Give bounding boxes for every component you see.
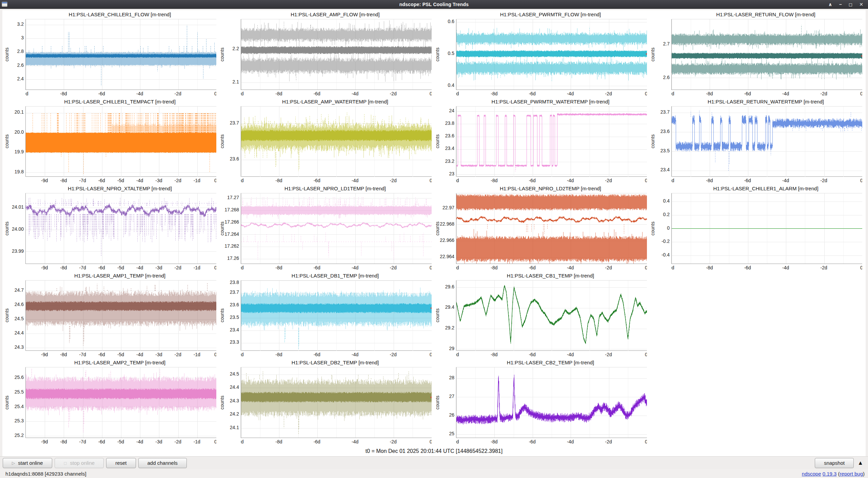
y-tick-label: 3.2 [17, 21, 24, 27]
y-tick-label: 0.6 [448, 19, 454, 24]
plot-canvas[interactable] [26, 193, 216, 264]
y-tick-label: 24.4 [15, 330, 24, 336]
plot-viewport[interactable] [456, 106, 647, 177]
plot-viewport[interactable] [671, 193, 862, 264]
plot-viewport[interactable] [456, 193, 647, 264]
expand-panel-icon[interactable]: ▲ [857, 460, 863, 466]
plot-canvas[interactable] [456, 19, 647, 90]
plot-canvas[interactable] [241, 281, 432, 351]
plot-viewport[interactable] [456, 367, 647, 438]
add-channels-button[interactable]: add channels [138, 458, 187, 468]
plot-canvas[interactable] [26, 367, 216, 438]
x-tick-label: -7d [77, 178, 88, 183]
y-tick-label: 23.2 [445, 158, 454, 164]
plot-viewport[interactable] [241, 280, 432, 351]
x-tick-label: -6d [527, 439, 538, 444]
x-tick-label: -2d [603, 91, 614, 96]
x-tick-label: -1d [191, 265, 203, 270]
x-tick-label: -2d [388, 178, 399, 183]
y-tick-labels: 22.9722.96822.96622.964 [440, 193, 456, 264]
report-bug-link[interactable]: report bug [840, 471, 863, 477]
about-links: ndscope 0.19.3 (report bug) [802, 471, 865, 477]
x-tick-label: -6d [527, 352, 538, 357]
x-tick-label: -4d [565, 178, 576, 183]
plots-grid: H1:PSL-LASER_CHILLER1_FLOW [m-trend]coun… [2, 10, 866, 446]
start-online-button[interactable]: ▷ start online [3, 458, 52, 468]
plot-canvas[interactable] [456, 193, 647, 264]
x-tick-label: 0 [645, 265, 647, 270]
snapshot-button[interactable]: snapshot [815, 458, 854, 468]
x-tick-label: 0 [645, 178, 647, 183]
x-tick-label: -6d [96, 178, 107, 183]
plot-viewport[interactable] [25, 280, 216, 351]
plot-canvas[interactable] [672, 19, 862, 90]
y-tick-label: 2.1 [233, 79, 239, 84]
plot-canvas[interactable] [456, 107, 647, 177]
plot-canvas[interactable] [241, 367, 432, 438]
plot-canvas[interactable] [26, 19, 216, 90]
x-tick-label: -4d [134, 352, 145, 357]
plot-viewport[interactable] [25, 193, 216, 264]
x-tick-label: -6d [311, 178, 323, 183]
x-tick-label: 0 [645, 352, 647, 357]
x-tick-labels: -9d-8d-7d-6d-5d-4d-3d-2d-1d0 [25, 351, 216, 359]
close-icon[interactable]: ✕ [859, 2, 863, 7]
x-tick-label: 0 [860, 178, 862, 183]
x-tick-label: 0d [241, 91, 244, 96]
plot-canvas[interactable] [241, 193, 432, 264]
minimize-icon[interactable]: − [839, 2, 842, 7]
maximize-icon[interactable]: ◻ [849, 2, 853, 7]
y-tick-label: 28 [449, 375, 454, 380]
plot-viewport[interactable] [456, 280, 647, 351]
plot-H1:PSL-LASER_CB1_TEMP: H1:PSL-LASER_CB1_TEMP [m-trend]counts29.… [434, 272, 649, 359]
y-tick-label: 24.3 [230, 398, 239, 403]
x-tick-labels: 0d-8d-6d-4d-2d0 [241, 264, 432, 272]
reset-button[interactable]: reset [106, 458, 136, 468]
version-link[interactable]: 0.19.3 [823, 471, 837, 477]
plot-viewport[interactable] [671, 106, 862, 177]
plot-viewport[interactable] [241, 367, 432, 438]
x-tick-label: -5d [115, 178, 126, 183]
x-tick-label: -8d [58, 352, 69, 357]
x-tick-label: -4d [134, 91, 145, 96]
x-tick-label: -2d [172, 91, 184, 96]
plot-canvas[interactable] [672, 193, 862, 264]
y-tick-label: 24.7 [15, 287, 24, 293]
x-tick-label: 0d [241, 265, 244, 270]
y-axis-label: counts [435, 47, 440, 61]
plot-viewport[interactable] [241, 106, 432, 177]
x-tick-label: 0d [671, 91, 674, 96]
y-tick-label: 23.7 [230, 289, 239, 295]
y-tick-label: 23.4 [230, 327, 239, 332]
y-tick-labels: 23.723.6 [225, 106, 241, 177]
plot-H1:PSL-LASER_DB2_TEMP: H1:PSL-LASER_DB2_TEMP [m-trend]counts24.… [218, 359, 434, 446]
y-tick-label: 23.8 [230, 280, 239, 285]
y-tick-label: 23.7 [230, 120, 239, 126]
y-tick-label: 19.8 [15, 169, 24, 174]
y-tick-label: 29.6 [445, 284, 454, 289]
plot-canvas[interactable] [456, 281, 647, 351]
plot-viewport[interactable] [241, 193, 432, 264]
plot-viewport[interactable] [241, 19, 432, 90]
plot-viewport[interactable] [25, 367, 216, 438]
plot-viewport[interactable] [25, 106, 216, 177]
x-tick-label: 0 [860, 91, 862, 96]
x-tick-label: -4d [780, 265, 791, 270]
plot-canvas[interactable] [241, 107, 432, 177]
plot-canvas[interactable] [672, 107, 862, 177]
x-tick-label: 0d [671, 265, 674, 270]
ndscope-link[interactable]: ndscope [802, 471, 821, 477]
y-tick-label: 0.5 [448, 51, 454, 56]
plot-canvas[interactable] [26, 281, 216, 351]
stop-online-button[interactable]: ◻ stop online [55, 458, 104, 468]
plot-viewport[interactable] [456, 19, 647, 90]
plot-canvas[interactable] [456, 367, 647, 438]
plot-canvas[interactable] [26, 107, 216, 177]
plot-H1:PSL-LASER_NPRO_XTALTEMP: H1:PSL-LASER_NPRO_XTALTEMP [m-trend]coun… [3, 185, 218, 272]
plot-canvas[interactable] [241, 19, 432, 90]
shade-icon[interactable]: ∧ [828, 2, 832, 7]
plot-viewport[interactable] [25, 19, 216, 90]
plot-viewport[interactable] [671, 19, 862, 90]
window-title: ndscope: PSL Cooling Trends [0, 2, 868, 7]
y-tick-label: 25 [449, 431, 454, 436]
